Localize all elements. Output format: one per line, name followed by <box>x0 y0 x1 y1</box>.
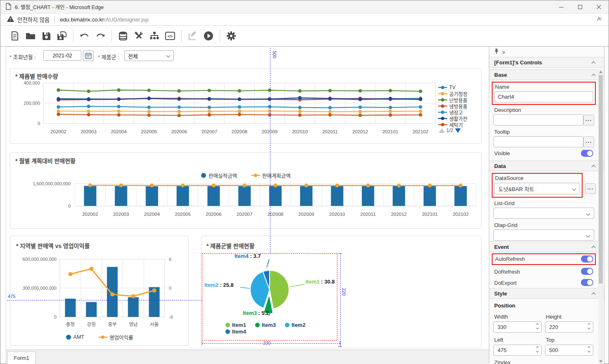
left-input[interactable]: 475 <box>493 345 542 356</box>
height-label: Height <box>546 314 562 320</box>
svg-text:서울: 서울 <box>150 322 159 327</box>
tab-form1[interactable]: Form1 <box>7 352 36 364</box>
panel-scrollbar[interactable] <box>598 69 603 364</box>
product-filter-select[interactable]: 전체 <box>124 50 174 61</box>
section-base[interactable]: Base <box>489 69 604 80</box>
url-text[interactable]: edu.bimatrix.co.kr/AUD/designer.jsp <box>60 17 149 23</box>
panel-header[interactable]: [Form1]'s Controls <box>489 57 604 68</box>
spinner-icons[interactable] <box>536 347 538 352</box>
listgrid-select[interactable] <box>493 208 594 219</box>
height-input[interactable]: 220 <box>545 321 593 333</box>
legend-item[interactable]: TV <box>438 85 467 90</box>
undo-icon[interactable] <box>79 31 90 41</box>
position-label: Position <box>494 303 515 309</box>
scroll-up-icon[interactable] <box>599 71 602 73</box>
tools-icon[interactable] <box>133 31 144 41</box>
new-document-icon[interactable] <box>9 31 20 41</box>
chart-product-qty[interactable]: * 제품별 판매수량 400,000200,000020200220200320… <box>10 69 481 144</box>
legend-dot-marker <box>66 334 71 340</box>
form-designer-canvas[interactable]: * 조회년월 : * 제품군 : 전체 * 제품별 판매수량 400,00020… <box>6 47 489 364</box>
left-label: Left <box>494 337 503 343</box>
legend-line-marker <box>438 98 447 102</box>
legend-item[interactable]: 난방용품 <box>438 97 467 103</box>
svg-text:202010: 202010 <box>329 212 345 217</box>
spinner-icons[interactable] <box>588 324 590 329</box>
description-more-button[interactable] <box>583 115 594 125</box>
svg-text:202006: 202006 <box>171 129 187 134</box>
collapse-panel-icon[interactable] <box>502 49 505 55</box>
scrollbar-thumb[interactable] <box>599 75 603 284</box>
legend-item[interactable]: 판매계획금액 <box>251 173 291 178</box>
chart2-legend[interactable]: 판매실적금액판매계획금액 <box>10 173 481 178</box>
maximize-button[interactable] <box>571 0 590 14</box>
scroll-down-icon[interactable] <box>599 360 602 363</box>
chart2-title: * 월별 계획대비 판매현황 <box>15 156 76 165</box>
spinner-icons[interactable] <box>588 347 590 352</box>
name-input[interactable] <box>494 91 593 102</box>
legend-page-indicator: 1/2 <box>446 128 453 133</box>
security-warning-label[interactable]: 안전하지 않음 <box>17 15 50 24</box>
minimize-button[interactable] <box>552 0 571 14</box>
svg-text:202003: 202003 <box>81 129 96 134</box>
svg-text:1,600,000,000,000: 1,600,000,000,000 <box>33 181 71 186</box>
legend-item[interactable]: 생활가전 <box>438 116 467 121</box>
legend-item[interactable]: 영업이익률 <box>98 334 133 340</box>
legend-item[interactable]: 세탁기 <box>438 122 467 128</box>
read-aloud-icon[interactable] <box>597 16 601 22</box>
chart-monthly-plan[interactable]: * 월별 계획대비 판매현황 판매실적금액판매계획금액 1,600,000,00… <box>10 152 481 229</box>
chart3-legend[interactable]: AMT영업이익률 <box>10 334 188 340</box>
dorefresh-label: DoRefresh <box>494 269 520 275</box>
chart1-legend-pager: 1/2 <box>439 128 461 133</box>
guide-label-left: 475 <box>8 294 15 299</box>
run-icon[interactable] <box>203 31 214 41</box>
security-warning-icon[interactable] <box>7 16 14 23</box>
chart1-title: * 제품별 판매수량 <box>15 72 58 80</box>
open-folder-icon[interactable] <box>25 31 36 41</box>
svg-text:강원: 강원 <box>87 321 96 327</box>
save-as-icon[interactable] <box>57 31 67 41</box>
dorefresh-toggle[interactable] <box>581 268 593 275</box>
toolbar-separator <box>111 30 112 42</box>
description-input[interactable] <box>493 114 583 125</box>
close-button[interactable] <box>590 0 609 14</box>
tooltip-more-button[interactable] <box>583 137 594 147</box>
guide-line-horizontal <box>7 300 202 300</box>
guide-line-vertical <box>270 48 270 253</box>
calendar-button[interactable] <box>83 50 94 61</box>
legend-item[interactable]: AMT <box>66 334 84 340</box>
section-style[interactable]: Style <box>489 288 604 299</box>
legend-item[interactable]: 공기청정 <box>438 91 467 97</box>
datasource-select[interactable]: 도넛&BAR 차트 <box>494 183 580 194</box>
width-input[interactable]: 330 <box>493 321 542 333</box>
section-data[interactable]: Data <box>489 161 604 171</box>
spinner-icons[interactable] <box>536 324 538 329</box>
settings-gear-icon[interactable] <box>226 31 237 41</box>
legend-item[interactable]: 판매실적금액 <box>201 173 237 178</box>
visible-toggle[interactable] <box>581 150 593 157</box>
olapgrid-select[interactable] <box>493 229 594 241</box>
chart1-legend[interactable]: TV공기청정난방용품냉방용품냉장고생활가전세탁기 <box>438 85 467 128</box>
section-event[interactable]: Event <box>489 241 604 252</box>
legend-page-down-icon[interactable] <box>455 128 461 133</box>
hierarchy-icon[interactable] <box>149 31 160 41</box>
redo-icon[interactable] <box>95 31 106 41</box>
database-icon[interactable] <box>118 31 128 41</box>
code-view-icon[interactable]: </> <box>165 31 175 41</box>
legend-item[interactable]: 냉장고 <box>438 109 467 115</box>
legend-page-up-icon[interactable] <box>439 128 445 133</box>
top-input[interactable]: 500 <box>545 345 593 356</box>
selection-rectangle[interactable] <box>202 253 337 340</box>
tooltip-input[interactable] <box>493 136 583 147</box>
date-filter-input[interactable] <box>43 50 81 61</box>
chart-region-sales[interactable]: * 지역별 판매액 vs 영업이익률 600,000,000,000300,00… <box>10 236 189 346</box>
legend-label: 판매계획금액 <box>262 172 291 180</box>
save-icon[interactable] <box>41 31 52 41</box>
address-bar[interactable]: 안전하지 않음 edu.bimatrix.co.kr/AUD/designer.… <box>0 14 609 26</box>
datasource-more-button[interactable] <box>585 183 596 194</box>
svg-text:중부: 중부 <box>108 322 116 327</box>
legend-item[interactable]: 냉방용품 <box>438 103 467 109</box>
pin-icon[interactable] <box>494 48 499 55</box>
doexport-toggle[interactable] <box>581 279 593 286</box>
autorefresh-toggle[interactable] <box>581 255 593 262</box>
chevron-up-icon <box>592 246 596 250</box>
